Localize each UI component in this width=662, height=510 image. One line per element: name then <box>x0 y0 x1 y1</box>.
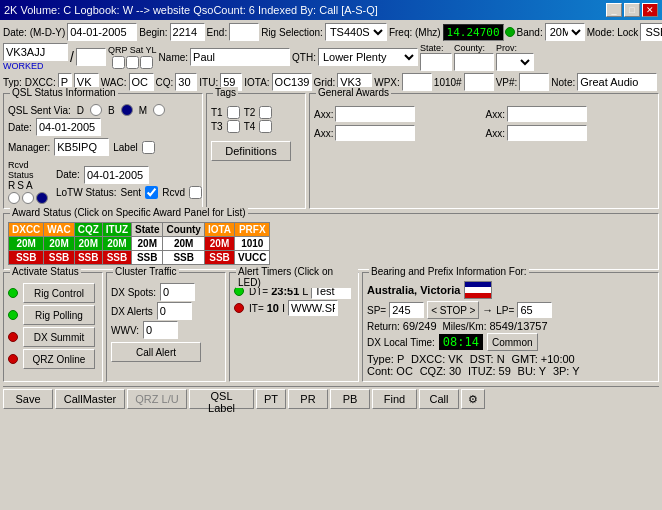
county-input[interactable] <box>454 53 494 71</box>
call-alert-button[interactable]: Call Alert <box>111 342 201 362</box>
axx2-input[interactable] <box>507 106 587 122</box>
dxcc-text: DXCC: VK <box>411 353 463 365</box>
award-hdr-prfx[interactable]: PRFX <box>235 223 270 237</box>
pt-button[interactable]: PT <box>256 389 286 409</box>
iota-input[interactable]: OC139 <box>272 73 312 91</box>
award-r2-ituz[interactable]: SSB <box>102 251 131 265</box>
qsl-label-check[interactable] <box>142 141 155 154</box>
lotw-rcvd-check[interactable] <box>189 186 202 199</box>
vp-input[interactable] <box>519 73 549 91</box>
it-led[interactable] <box>234 303 244 313</box>
dx-summit-button[interactable]: DX Summit <box>23 327 95 347</box>
lp-input[interactable]: 65 <box>517 302 552 318</box>
award-r2-iota[interactable]: SSB <box>204 251 234 265</box>
qrzlv-button[interactable]: QRZ L/U <box>127 389 187 409</box>
award-r2-state[interactable]: SSB <box>132 251 163 265</box>
t3-check[interactable] <box>227 120 240 133</box>
tag-row-1: T1 T2 <box>211 106 301 119</box>
award-r2-dxcc[interactable]: SSB <box>9 251 44 265</box>
mode-select[interactable]: SSB <box>640 23 662 41</box>
state-input[interactable] <box>420 53 452 71</box>
award-r1-dxcc[interactable]: 20M <box>9 237 44 251</box>
save-button[interactable]: Save <box>3 389 53 409</box>
via-b-radio[interactable] <box>121 104 133 116</box>
award-hdr-county[interactable]: County <box>163 223 204 237</box>
rig-polling-button[interactable]: Rig Polling <box>23 305 95 325</box>
common-button[interactable]: Common <box>487 333 538 351</box>
rig-select[interactable]: TS440S <box>325 23 387 41</box>
rcvd-s-radio[interactable] <box>22 192 34 204</box>
yl-check[interactable] <box>140 56 153 69</box>
band-select[interactable]: 20M <box>545 23 585 41</box>
it-input[interactable]: WWW.SFI <box>288 300 338 316</box>
dx-alerts-input[interactable]: 0 <box>157 302 192 320</box>
callsign-input[interactable]: VK3AJJ <box>3 43 68 61</box>
via-m-radio[interactable] <box>153 104 165 116</box>
sp-input[interactable]: 245 <box>389 302 424 318</box>
wwv-input[interactable]: 0 <box>143 321 178 339</box>
name-input[interactable]: Paul <box>190 48 290 66</box>
tools-button[interactable]: ⚙ <box>461 389 485 409</box>
find-button[interactable]: Find <box>372 389 417 409</box>
award-r2-county[interactable]: SSB <box>163 251 204 265</box>
award-r2-cqz[interactable]: SSB <box>74 251 102 265</box>
qrp-check[interactable] <box>112 56 125 69</box>
note-input[interactable]: Great Audio <box>577 73 657 91</box>
axx1-input[interactable] <box>335 106 415 122</box>
award-r1-ituz[interactable]: 20M <box>102 237 131 251</box>
wpx-input[interactable] <box>402 73 432 91</box>
definitions-button[interactable]: Definitions <box>211 141 291 161</box>
cq-input[interactable]: 30 <box>175 73 197 91</box>
rcvd-a-radio[interactable] <box>36 192 48 204</box>
award-status-section: Award Status (Click on Specific Award Pa… <box>3 213 659 270</box>
award-hdr-state[interactable]: State <box>132 223 163 237</box>
award-r1-wac[interactable]: 20M <box>44 237 74 251</box>
t1-check[interactable] <box>227 106 240 119</box>
begin-input[interactable]: 2214 <box>170 23 205 41</box>
call-button[interactable]: Call <box>419 389 459 409</box>
lotw-sent-check[interactable] <box>145 186 158 199</box>
callmaster-button[interactable]: CallMaster <box>55 389 125 409</box>
award-r2-wac[interactable]: SSB <box>44 251 74 265</box>
t4-check[interactable] <box>259 120 272 133</box>
qsl-date-input[interactable]: 04-01-2005 <box>36 118 101 136</box>
award-r1-state[interactable]: 20M <box>132 237 163 251</box>
rig-control-button[interactable]: Rig Control <box>23 283 95 303</box>
via-d-radio[interactable] <box>90 104 102 116</box>
award-hdr-wac[interactable]: WAC <box>44 223 74 237</box>
wac-input[interactable]: OC <box>129 73 154 91</box>
axx3-input[interactable] <box>335 125 415 141</box>
qsl-manager-input[interactable]: KB5IPQ <box>54 138 109 156</box>
call-suffix-input[interactable] <box>76 48 106 66</box>
award-hdr-ituz[interactable]: ITUZ <box>102 223 131 237</box>
minimize-button[interactable]: _ <box>606 3 622 17</box>
award-hdr-iota[interactable]: IOTA <box>204 223 234 237</box>
t2-check[interactable] <box>259 106 272 119</box>
award-r1-iota[interactable]: 20M <box>204 237 234 251</box>
pr-button[interactable]: PR <box>288 389 328 409</box>
axx4-input[interactable] <box>507 125 587 141</box>
award-r1-prfx[interactable]: 1010 <box>235 237 270 251</box>
bearing-section: Bearing and Prefix Information For: Aust… <box>362 272 659 382</box>
qsl-label-button[interactable]: QSL Label <box>189 389 254 409</box>
qth-select[interactable]: Lower Plenty <box>318 48 418 66</box>
window-controls[interactable]: _ □ ✕ <box>606 3 658 17</box>
dx-spots-input[interactable]: 0 <box>160 283 195 301</box>
date-input[interactable]: 04-01-2005 <box>67 23 137 41</box>
stop-button[interactable]: < STOP > <box>427 301 479 319</box>
end-input[interactable] <box>229 23 259 41</box>
award-r1-county[interactable]: 20M <box>163 237 204 251</box>
award-hdr-cqz[interactable]: CQZ <box>74 223 102 237</box>
pb-button[interactable]: PB <box>330 389 370 409</box>
ten10-input[interactable] <box>464 73 494 91</box>
award-r1-cqz[interactable]: 20M <box>74 237 102 251</box>
award-hdr-dxcc[interactable]: DXCC <box>9 223 44 237</box>
qrz-online-button[interactable]: QRZ Online <box>23 349 95 369</box>
close-button[interactable]: ✕ <box>642 3 658 17</box>
prov-select[interactable] <box>496 53 534 71</box>
award-r2-prfx[interactable]: VUCC <box>235 251 270 265</box>
rcvd-date-input[interactable]: 04-01-2005 <box>84 166 149 184</box>
sat-check[interactable] <box>126 56 139 69</box>
maximize-button[interactable]: □ <box>624 3 640 17</box>
rcvd-r-radio[interactable] <box>8 192 20 204</box>
